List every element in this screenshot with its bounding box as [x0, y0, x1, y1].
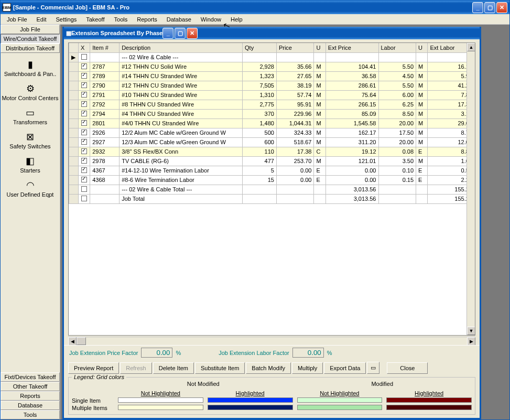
maximize-button[interactable]: ▢	[484, 2, 495, 13]
cell-item[interactable]: 2927	[90, 137, 120, 147]
menu-window[interactable]: Window	[197, 15, 225, 24]
table-row[interactable]: 4368#8-6 Wire Termination Labor150.00E0.…	[69, 175, 475, 185]
table-row[interactable]: 2978TV CABLE (RG-6)477253.70M121.013.50M…	[69, 156, 475, 166]
labor-factor-input[interactable]	[292, 348, 324, 358]
row-checkbox[interactable]	[81, 130, 87, 135]
cell-labor[interactable]: 5.50	[378, 81, 416, 90]
cell-item[interactable]: 2932	[90, 147, 120, 156]
cell-price[interactable]: 38.19	[276, 81, 314, 90]
cell-labor[interactable]: 8.50	[378, 109, 416, 119]
scroll-thumb[interactable]	[77, 337, 86, 345]
cell-desc[interactable]: TV CABLE (RG-6)	[120, 156, 243, 166]
close-dialog-button[interactable]: Close	[387, 362, 428, 374]
cell-desc[interactable]: --- 02 Wire & Cable ---	[120, 52, 243, 62]
table-row[interactable]: --- 02 Wire & Cable Total ---3,013.56155…	[69, 185, 475, 194]
row-indicator[interactable]	[69, 62, 79, 71]
cell-u1[interactable]: M	[314, 128, 325, 137]
cell-desc[interactable]: 3/8" SS Flex/BX Conn	[120, 147, 243, 156]
cell-qty[interactable]: 2,928	[243, 62, 277, 71]
menu-edit[interactable]: Edit	[32, 15, 51, 24]
cell-price[interactable]: 35.66	[276, 62, 314, 71]
cell-labor[interactable]: 0.10	[378, 166, 416, 175]
cell-u2[interactable]: E	[416, 166, 428, 175]
cell-price[interactable]: 229.96	[276, 109, 314, 119]
col-header[interactable]: U	[416, 43, 428, 52]
cell-ext[interactable]: 1,545.58	[325, 119, 378, 128]
cell-u2[interactable]: M	[416, 71, 428, 81]
palette-transformers[interactable]: ▭Transformers	[1, 104, 60, 127]
row-indicator[interactable]	[69, 194, 79, 203]
sidebar-btn-tools[interactable]: Tools	[1, 410, 60, 419]
cell-ext[interactable]: 0.00	[325, 166, 378, 175]
cell-u2[interactable]	[416, 194, 428, 203]
cell-u2[interactable]: M	[416, 119, 428, 128]
row-checkbox[interactable]	[81, 63, 87, 69]
cell-desc[interactable]: #14-12-10 Wire Termination Labor	[120, 166, 243, 175]
cell-desc[interactable]: #4/0 THHN CU Stranded Wire	[120, 119, 243, 128]
cell-u1[interactable]: M	[314, 137, 325, 147]
cell-qty[interactable]	[243, 194, 277, 203]
cell-labor[interactable]: 0.15	[378, 175, 416, 185]
cell-item[interactable]: 2789	[90, 71, 120, 81]
row-checkbox[interactable]	[81, 92, 87, 98]
row-checkbox[interactable]	[81, 101, 87, 107]
cell-desc[interactable]: --- 02 Wire & Cable Total ---	[120, 185, 243, 194]
cell-u1[interactable]: M	[314, 71, 325, 81]
price-factor-input[interactable]	[141, 348, 172, 358]
cell-u1[interactable]	[314, 194, 325, 203]
row-indicator[interactable]	[69, 175, 79, 185]
cell-ext[interactable]: 0.00	[325, 175, 378, 185]
vertical-scrollbar[interactable]: ▲ ▼	[466, 43, 475, 335]
col-header[interactable]	[69, 43, 79, 52]
cell-item[interactable]	[90, 185, 120, 194]
export-data-button[interactable]: Export Data	[324, 362, 366, 374]
cell-desc[interactable]: Job Total	[120, 194, 243, 203]
main-titlebar[interactable]: EBM [Sample - Commercial Job] - EBM SA -…	[1, 1, 509, 14]
row-checkbox[interactable]	[81, 186, 87, 192]
cell-item[interactable]: 2978	[90, 156, 120, 166]
cell-qty[interactable]: 600	[243, 137, 277, 147]
cell-ext[interactable]: 266.15	[325, 100, 378, 109]
col-header[interactable]: Ext Price	[325, 43, 378, 52]
sidebar-btn-wire-conduit-takeoff[interactable]: Wire/Conduit Takeoff	[1, 34, 60, 44]
cell-item[interactable]: 2926	[90, 128, 120, 137]
row-checkbox[interactable]	[81, 167, 87, 173]
scroll-left-icon[interactable]: ◀	[68, 337, 77, 346]
cell-price[interactable]	[276, 194, 314, 203]
sidebar-btn-other-takeoff[interactable]: Other Takeoff	[1, 382, 60, 391]
cell-item[interactable]: 4368	[90, 175, 120, 185]
table-row[interactable]: 2792#8 THHN CU Stranded Wire2,77595.91M2…	[69, 100, 475, 109]
cell-u2[interactable]: E	[416, 175, 428, 185]
cell-qty[interactable]: 2,775	[243, 100, 277, 109]
cell-u1[interactable]: M	[314, 156, 325, 166]
table-row[interactable]: 2790#12 THHN CU Stranded Wire7,50538.19M…	[69, 81, 475, 90]
sidebar-btn-reports[interactable]: Reports	[1, 391, 60, 401]
row-indicator[interactable]	[69, 81, 79, 90]
cell-labor[interactable]: 20.00	[378, 137, 416, 147]
row-checkbox[interactable]	[81, 148, 87, 154]
cell-labor[interactable]: 20.00	[378, 119, 416, 128]
palette-switchboard-pan-[interactable]: ▮Switchboard & Pan..	[1, 56, 60, 79]
row-checkbox[interactable]	[81, 158, 87, 164]
cell-labor[interactable]	[378, 185, 416, 194]
cell-price[interactable]	[276, 185, 314, 194]
row-checkbox[interactable]	[81, 54, 87, 60]
table-row[interactable]: 4367#14-12-10 Wire Termination Labor50.0…	[69, 166, 475, 175]
scroll-right-icon[interactable]: ▶	[467, 337, 475, 346]
cell-qty[interactable]: 370	[243, 109, 277, 119]
cell-price[interactable]: 57.74	[276, 90, 314, 100]
cell-item[interactable]: 2792	[90, 100, 120, 109]
horizontal-scrollbar[interactable]: ◀ ▶	[68, 337, 475, 345]
cell-qty[interactable]	[243, 185, 277, 194]
row-indicator[interactable]	[69, 137, 79, 147]
sidebar-btn-job-file[interactable]: Job File	[1, 25, 60, 34]
row-indicator[interactable]	[69, 119, 79, 128]
cell-qty[interactable]: 15	[243, 175, 277, 185]
cell-price[interactable]: 253.70	[276, 156, 314, 166]
cell-price[interactable]: 95.91	[276, 100, 314, 109]
cell-desc[interactable]: #4 THHN CU Stranded Wire	[120, 109, 243, 119]
menu-database[interactable]: Database	[162, 15, 196, 24]
cell-qty[interactable]: 477	[243, 156, 277, 166]
table-row[interactable]: 2791#10 THHN CU Stranded Wire1,31057.74M…	[69, 90, 475, 100]
row-indicator[interactable]	[69, 128, 79, 137]
